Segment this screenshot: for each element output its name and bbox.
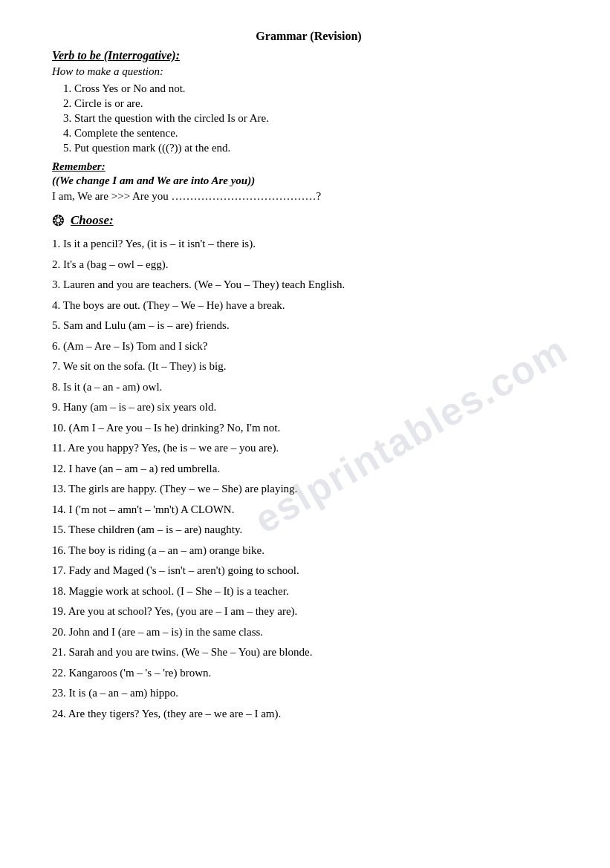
- section-title: Verb to be (Interrogative):: [52, 49, 565, 62]
- remember-content: ((We change I am and We are into Are you…: [52, 174, 565, 187]
- exercise-19: 19. Are you at school? Yes, (you are – I…: [52, 603, 565, 620]
- exercise-23: 23. It is (a – an – am) hippo.: [52, 685, 565, 702]
- exercise-18: 18. Maggie work at school. (I – She – It…: [52, 583, 565, 600]
- exercise-7: 7. We sit on the sofa. (It – They) is bi…: [52, 358, 565, 375]
- choose-header: ❂ Choose:: [52, 212, 565, 229]
- step-4: Complete the sentence.: [74, 127, 565, 140]
- exercise-14: 14. I ('m not – amn't – 'mn't) A CLOWN.: [52, 501, 565, 518]
- remember-line: I am, We are >>> Are you …………………………………?: [52, 190, 565, 203]
- choose-section: ❂ Choose: 1. Is it a pencil? Yes, (it is…: [52, 212, 565, 722]
- exercise-4: 4. The boys are out. (They – We – He) ha…: [52, 297, 565, 314]
- exercise-5: 5. Sam and Lulu (am – is – are) friends.: [52, 317, 565, 334]
- exercise-13: 13. The girls are happy. (They – we – Sh…: [52, 480, 565, 497]
- exercise-22: 22. Kangaroos ('m – 's – 're) brown.: [52, 665, 565, 682]
- exercise-20: 20. John and I (are – am – is) in the sa…: [52, 624, 565, 641]
- flower-icon: ❂: [52, 212, 65, 229]
- exercise-10: 10. (Am I – Are you – Is he) drinking? N…: [52, 420, 565, 437]
- exercise-24: 24. Are they tigers? Yes, (they are – we…: [52, 705, 565, 722]
- exercise-12: 12. I have (an – am – a) red umbrella.: [52, 460, 565, 477]
- exercise-9: 9. Hany (am – is – are) six years old.: [52, 399, 565, 416]
- subtitle: How to make a question:: [52, 65, 565, 78]
- exercise-17: 17. Fady and Maged ('s – isn't – aren't)…: [52, 562, 565, 579]
- choose-label: Choose:: [71, 213, 114, 228]
- step-5: Put question mark (((?)) at the end.: [74, 142, 565, 154]
- exercise-15: 15. These children (am – is – are) naugh…: [52, 521, 565, 538]
- step-3: Start the question with the circled Is o…: [74, 112, 565, 125]
- exercise-21: 21. Sarah and you are twins. (We – She –…: [52, 644, 565, 661]
- exercise-2: 2. It's a (bag – owl – egg).: [52, 256, 565, 273]
- exercise-1: 1. Is it a pencil? Yes, (it is – it isn'…: [52, 235, 565, 252]
- exercise-8: 8. Is it (a – an - am) owl.: [52, 379, 565, 396]
- steps-list: Cross Yes or No and not. Circle is or ar…: [52, 82, 565, 154]
- exercise-16: 16. The boy is riding (a – an – am) oran…: [52, 542, 565, 559]
- step-2: Circle is or are.: [74, 97, 565, 110]
- exercise-11: 11. Are you happy? Yes, (he is – we are …: [52, 440, 565, 457]
- exercise-6: 6. (Am – Are – Is) Tom and I sick?: [52, 338, 565, 355]
- step-1: Cross Yes or No and not.: [74, 82, 565, 95]
- exercises-list: 1. Is it a pencil? Yes, (it is – it isn'…: [52, 235, 565, 722]
- page-title: Grammar (Revision): [52, 30, 565, 43]
- exercise-3: 3. Lauren and you are teachers. (We – Yo…: [52, 276, 565, 293]
- remember-label: Remember:: [52, 160, 565, 173]
